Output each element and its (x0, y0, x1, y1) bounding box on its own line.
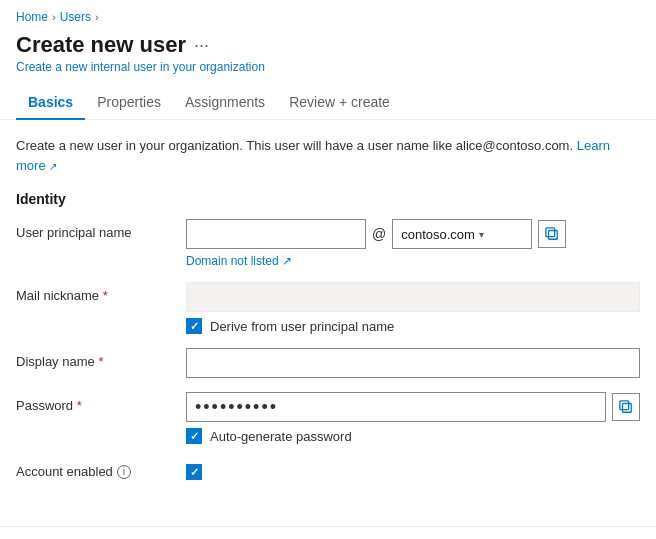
mail-nickname-label: Mail nickname * (16, 282, 186, 303)
upn-label: User principal name (16, 219, 186, 240)
required-star: * (103, 288, 108, 303)
account-enabled-control (186, 458, 640, 480)
display-name-control (186, 348, 640, 378)
required-star-password: * (77, 398, 82, 413)
domain-not-listed-link[interactable]: Domain not listed ↗ (186, 254, 292, 268)
chevron-down-icon: ▾ (479, 229, 523, 240)
account-enabled-row: Account enabled i (16, 458, 640, 480)
account-enabled-label: Account enabled i (16, 458, 186, 479)
password-input[interactable] (186, 392, 606, 422)
identity-section-title: Identity (16, 191, 640, 207)
account-enabled-checkbox[interactable] (186, 464, 202, 480)
breadcrumb-home[interactable]: Home (16, 10, 48, 24)
autogenerate-label: Auto-generate password (210, 429, 352, 444)
main-content: Create a new user in your organization. … (0, 120, 656, 510)
info-icon[interactable]: i (117, 465, 131, 479)
upn-input[interactable] (186, 219, 366, 249)
required-star-display: * (98, 354, 103, 369)
mail-nickname-control: Derive from user principal name (186, 282, 640, 334)
breadcrumb-users[interactable]: Users (60, 10, 91, 24)
domain-not-listed: Domain not listed ↗ (186, 253, 640, 268)
copy-password-button[interactable] (612, 393, 640, 421)
password-label: Password * (16, 392, 186, 413)
svg-rect-0 (549, 231, 558, 240)
svg-rect-3 (620, 401, 629, 410)
at-sign: @ (372, 226, 386, 242)
info-text: Create a new user in your organization. … (16, 136, 640, 175)
mail-nickname-input[interactable] (186, 282, 640, 312)
tab-basics[interactable]: Basics (16, 86, 85, 120)
copy-icon (545, 227, 559, 241)
svg-rect-2 (623, 404, 632, 413)
divider (0, 526, 656, 527)
derive-checkbox-row: Derive from user principal name (186, 318, 640, 334)
autogenerate-checkbox[interactable] (186, 428, 202, 444)
page-header: Create new user ··· Create a new interna… (0, 28, 656, 82)
external-link-icon: ↗ (49, 161, 57, 172)
derive-checkbox[interactable] (186, 318, 202, 334)
page-title: Create new user (16, 32, 186, 58)
tab-properties[interactable]: Properties (85, 86, 173, 120)
autogenerate-checkbox-row: Auto-generate password (186, 428, 640, 444)
more-options-icon[interactable]: ··· (194, 35, 209, 56)
password-control: Auto-generate password (186, 392, 640, 444)
display-name-row: Display name * (16, 348, 640, 378)
display-name-input[interactable] (186, 348, 640, 378)
mail-nickname-row: Mail nickname * Derive from user princip… (16, 282, 640, 334)
breadcrumb: Home › Users › (0, 0, 656, 28)
breadcrumb-chevron-1: › (52, 11, 56, 23)
tab-review-create[interactable]: Review + create (277, 86, 402, 120)
copy-password-icon (619, 400, 633, 414)
domain-value: contoso.com (401, 227, 475, 242)
copy-upn-button[interactable] (538, 220, 566, 248)
derive-checkbox-label: Derive from user principal name (210, 319, 394, 334)
password-row: Password * Auto-generate password (16, 392, 640, 444)
upn-control: @ contoso.com ▾ Domain not listed ↗ (186, 219, 640, 268)
domain-ext-icon: ↗ (282, 254, 292, 268)
display-name-label: Display name * (16, 348, 186, 369)
page-subtitle: Create a new internal user in your organ… (16, 60, 640, 74)
tabs-bar: Basics Properties Assignments Review + c… (0, 86, 656, 120)
domain-dropdown[interactable]: contoso.com ▾ (392, 219, 532, 249)
svg-rect-1 (546, 228, 555, 237)
tab-assignments[interactable]: Assignments (173, 86, 277, 120)
breadcrumb-chevron-2: › (95, 11, 99, 23)
upn-row: User principal name @ contoso.com ▾ (16, 219, 640, 268)
